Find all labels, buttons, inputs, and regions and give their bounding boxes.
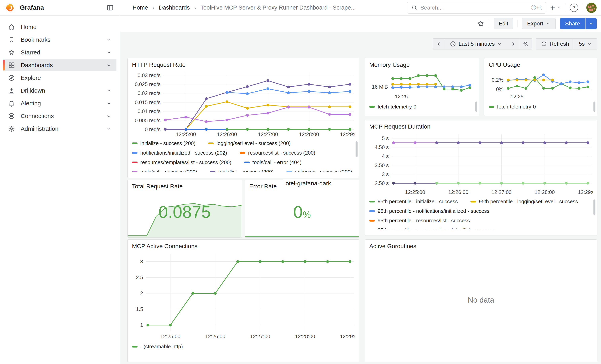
svg-text:2: 2 <box>140 290 143 296</box>
legend-label: tools/call - success (200) <box>140 169 197 172</box>
chevron-down-icon[interactable] <box>106 100 112 106</box>
legend-scrollbar[interactable] <box>356 141 358 157</box>
compass-icon <box>8 74 15 81</box>
legend-color-dash <box>210 171 215 172</box>
legend-item[interactable]: 95th percentile - resources/templates/li… <box>369 225 494 229</box>
home-icon <box>8 23 15 31</box>
chevron-down-icon[interactable] <box>106 126 112 132</box>
legend-item[interactable]: fetch-telemetry-0 <box>369 102 416 111</box>
breadcrumb-dashboards[interactable]: Dashboards <box>159 4 190 11</box>
legend-item[interactable]: notifications/initialized - success (202… <box>132 148 227 157</box>
breadcrumb-home[interactable]: Home <box>132 4 148 11</box>
legend-item[interactable]: logging/setLevel - success (200) <box>208 138 290 148</box>
panel-title[interactable]: Memory Usage <box>369 61 475 68</box>
share-button[interactable]: Share <box>560 18 585 29</box>
svg-text:0.02 req/s: 0.02 req/s <box>138 90 160 96</box>
legend-scrollbar[interactable] <box>593 101 595 112</box>
chevron-down-icon[interactable] <box>106 37 112 42</box>
svg-text:12:26:00: 12:26:00 <box>448 189 468 195</box>
legend-scrollbar[interactable] <box>475 101 477 112</box>
mcp-active-connections-chart: 12:25:0012:26:0012:27:0012:28:0012:29:00… <box>132 251 355 340</box>
memory-usage-legend: fetch-telemetry-0 <box>369 102 475 113</box>
grafana-logo-icon[interactable] <box>6 3 15 12</box>
sidebar-item-alerting[interactable]: Alerting <box>3 97 116 109</box>
time-range-picker[interactable]: Last 5 minutes <box>445 38 507 49</box>
chevron-down-icon[interactable] <box>106 88 112 93</box>
sidebar-item-label: Explore <box>21 75 41 81</box>
legend-item[interactable]: 95th percentile - initialize - success <box>369 197 458 206</box>
sidebar-item-dashboards[interactable]: Dashboards <box>3 59 116 71</box>
chart-canvas: 12:25:0012:26:0012:27:0012:28:0012:29:00… <box>132 70 355 138</box>
sidebar-item-administration[interactable]: Administration <box>3 123 116 135</box>
panel-title[interactable]: MCP Request Duration <box>369 123 593 130</box>
legend-color-dash <box>369 220 375 222</box>
share-menu-button[interactable] <box>585 18 597 29</box>
legend-scrollbar[interactable] <box>593 199 595 215</box>
legend-item[interactable]: tools/list - success (200) <box>210 167 274 172</box>
stat-value: 0.0875 <box>158 202 211 221</box>
stat-unit: % <box>303 209 311 220</box>
panel-http-request-rate: HTTP Request Rate 12:25:0012:26:0012:27:… <box>127 58 359 178</box>
sidebar-item-label: Dashboards <box>21 62 53 69</box>
help-icon[interactable]: ? <box>570 4 578 12</box>
legend-label: resources/list - success (200) <box>248 150 315 156</box>
panel-title[interactable]: Active Goroutines <box>369 243 593 250</box>
panel-title[interactable]: Total Request Rate <box>132 183 237 190</box>
sidebar-item-explore[interactable]: Explore <box>3 72 116 84</box>
refresh-button[interactable]: Refresh <box>536 38 574 49</box>
svg-text:0.005 req/s: 0.005 req/s <box>135 118 160 123</box>
legend-color-dash <box>369 229 375 229</box>
legend-item[interactable]: resources/list - success (200) <box>240 148 315 157</box>
legend-item[interactable]: - (streamable-http) <box>132 342 183 351</box>
divider <box>566 4 566 11</box>
sidebar-item-home[interactable]: Home <box>3 21 116 33</box>
memory-usage-chart: 12:2516 MiB <box>369 70 475 100</box>
time-shift-forward-button[interactable] <box>507 38 519 49</box>
panel-title[interactable]: CPU Usage <box>489 61 593 68</box>
legend-item[interactable]: unknown - success (200) <box>286 167 352 172</box>
legend-item[interactable]: resources/templates/list - success (200) <box>132 157 231 167</box>
svg-text:4.50 s: 4.50 s <box>375 144 389 150</box>
sidebar-item-drilldown[interactable]: Drilldown <box>3 84 116 97</box>
svg-text:12:26:00: 12:26:00 <box>205 333 225 339</box>
sidebar-item-label: Alerting <box>21 100 41 107</box>
legend-item[interactable]: initialize - success (200) <box>132 138 195 148</box>
legend-color-dash <box>208 142 214 144</box>
brand-title: Grafana <box>20 4 44 11</box>
search-shortcut: ⌘+k <box>531 5 542 11</box>
zoom-out-button[interactable] <box>519 38 532 49</box>
legend-item[interactable]: fetch-telemetry-0 <box>489 102 536 111</box>
legend-item[interactable]: 95th percentile - resources/list - succe… <box>369 216 470 225</box>
panel-title[interactable]: MCP Active Connections <box>132 243 355 250</box>
legend-color-dash <box>369 210 375 212</box>
cpu-usage-legend: fetch-telemetry-0 <box>489 102 593 113</box>
export-button[interactable]: Export <box>522 18 556 29</box>
sidebar-item-connections[interactable]: Connections <box>3 110 116 122</box>
chevron-down-icon[interactable] <box>106 50 112 55</box>
share-button-label: Share <box>565 20 580 27</box>
time-shift-back-button[interactable] <box>433 38 445 49</box>
legend-item[interactable]: 95th percentile - notifications/initiali… <box>369 206 489 216</box>
collapse-sidebar-icon[interactable] <box>106 4 114 12</box>
chevron-down-icon[interactable] <box>106 113 112 119</box>
sidebar-item-bookmarks[interactable]: Bookmarks <box>3 34 116 46</box>
svg-text:0.03 req/s: 0.03 req/s <box>138 72 160 78</box>
user-avatar[interactable] <box>586 3 597 13</box>
svg-text:0 req/s: 0 req/s <box>145 126 161 132</box>
svg-text:1: 1 <box>140 322 143 328</box>
refresh-interval-label: 5s <box>579 41 585 47</box>
edit-button[interactable]: Edit <box>494 18 513 29</box>
legend-item[interactable]: tools/call - success (200) <box>132 167 197 172</box>
mcp-request-duration-chart: 12:25:0012:26:0012:27:0012:28:0012:29:00… <box>369 132 593 196</box>
search-input[interactable] <box>420 5 528 11</box>
chevron-down-icon[interactable] <box>106 62 112 68</box>
sidebar-item-starred[interactable]: Starred <box>3 46 116 59</box>
search-box[interactable]: ⌘+k <box>407 2 546 13</box>
new-button[interactable]: + <box>550 3 562 12</box>
panel-title[interactable]: HTTP Request Rate <box>132 61 355 68</box>
refresh-interval-picker[interactable]: 5s <box>574 38 597 49</box>
favorite-star-icon[interactable] <box>477 20 485 28</box>
legend-item[interactable]: 95th percentile - logging/setLevel - suc… <box>471 197 578 206</box>
legend-item[interactable]: tools/call - error (404) <box>244 157 301 167</box>
sidebar-item-label: Home <box>21 24 37 30</box>
